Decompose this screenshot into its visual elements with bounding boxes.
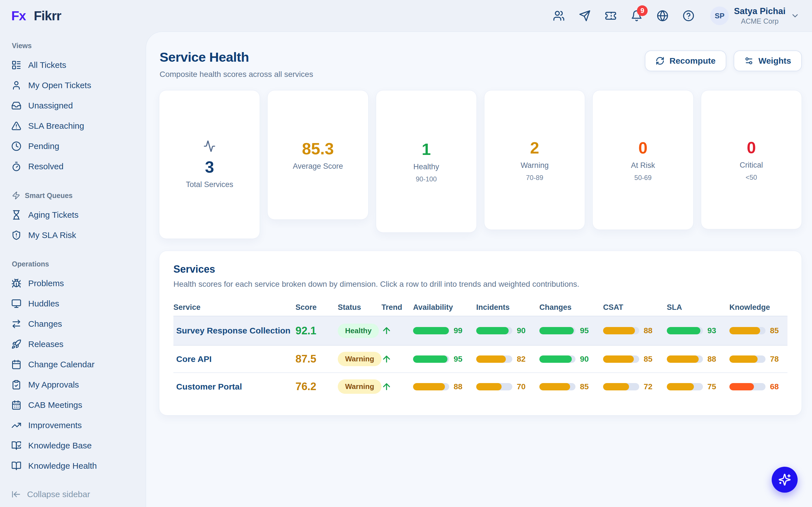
card-label: Warning: [520, 161, 549, 170]
user-org: ACME Corp: [734, 17, 785, 25]
column-header-incidents: Incidents: [476, 303, 539, 312]
metric-incidents: 82: [476, 355, 539, 363]
bug-icon: [11, 278, 21, 288]
metric-value: 95: [454, 355, 462, 363]
brand-logo[interactable]: Fx Fikrr: [11, 8, 61, 23]
sidebar-item-change-calendar[interactable]: Change Calendar: [11, 354, 146, 375]
inbox-icon: [11, 101, 21, 111]
card-label: Average Score: [293, 162, 343, 171]
metric-knowledge: 68: [729, 382, 788, 391]
sidebar-item-problems[interactable]: Problems: [11, 273, 146, 293]
ticket-button[interactable]: [605, 10, 617, 22]
status-badge: Warning: [338, 379, 382, 394]
sidebar-item-improvements[interactable]: Improvements: [11, 415, 146, 436]
notification-badge: 9: [637, 5, 648, 16]
metric-value: 88: [644, 326, 652, 335]
users-icon: [553, 10, 565, 22]
sidebar-item-huddles[interactable]: Huddles: [11, 293, 146, 314]
layout-list-icon: [11, 60, 21, 70]
sidebar-item-my-approvals[interactable]: My Approvals: [11, 375, 146, 395]
card-value: 85.3: [302, 139, 334, 158]
sidebar-item-changes[interactable]: Changes: [11, 314, 146, 334]
column-header-knowledge: Knowledge: [729, 303, 788, 312]
card-label: Healthy: [413, 163, 439, 171]
card-range: 90-100: [416, 175, 437, 183]
summary-card-healthy: 1Healthy90-100: [376, 90, 477, 233]
metric-sla: 75: [667, 382, 729, 391]
metric-value: 90: [517, 326, 525, 335]
sidebar-item-sla-breaching[interactable]: SLA Breaching: [11, 116, 146, 136]
metric-bar: [729, 355, 765, 363]
section-label-smart-queues: Smart Queues: [12, 191, 146, 200]
sidebar-item-resolved[interactable]: Resolved: [11, 156, 146, 177]
metric-value: 88: [707, 355, 716, 363]
globe-icon: [657, 10, 668, 22]
avatar[interactable]: SP: [710, 6, 729, 25]
service-row-survey-response-collection[interactable]: Survey Response Collection92.1Healthy999…: [173, 316, 788, 346]
service-row-customer-portal[interactable]: Customer Portal76.2Warning887085727568: [173, 373, 788, 400]
metric-bar: [603, 327, 639, 334]
hourglass-icon: [11, 210, 21, 220]
metric-bar: [539, 327, 575, 334]
assistant-fab[interactable]: [772, 467, 798, 493]
metric-bar: [476, 327, 512, 334]
column-header-service: Service: [173, 303, 296, 312]
sidebar-item-knowledge-base[interactable]: Knowledge Base: [11, 436, 146, 456]
alert-triangle-icon: [11, 121, 21, 131]
shield-alert-icon: [11, 230, 21, 240]
chevron-down-icon: [791, 11, 800, 20]
help-circle-icon: [682, 10, 695, 22]
metric-bar: [667, 327, 703, 334]
service-row-core-api[interactable]: Core API87.5Warning958290858878: [173, 346, 788, 373]
bell-button[interactable]: 9: [631, 10, 643, 22]
summary-card-at-risk: 0At Risk50-69: [592, 90, 693, 230]
sidebar-item-pending[interactable]: Pending: [11, 136, 146, 156]
collapse-sidebar-label: Collapse sidebar: [27, 490, 90, 499]
main-panel: Service Health Composite health scores a…: [146, 32, 812, 507]
ticket-icon: [605, 10, 617, 22]
metric-bar: [729, 383, 765, 390]
sidebar-item-aging-tickets[interactable]: Aging Tickets: [11, 205, 146, 225]
sidebar-item-unassigned[interactable]: Unassigned: [11, 96, 146, 116]
service-name: Core API: [173, 354, 296, 364]
arrow-right-left-icon: [11, 319, 21, 329]
arrow-left-to-line-icon: [11, 490, 21, 499]
column-header-status: Status: [338, 303, 382, 312]
card-label: Total Services: [186, 180, 233, 189]
send-button[interactable]: [579, 10, 591, 22]
metric-csat: 88: [603, 326, 667, 335]
column-header-sla: SLA: [667, 303, 729, 312]
sidebar-item-cab-meetings[interactable]: CAB Meetings: [11, 395, 146, 415]
sidebar-item-knowledge-health[interactable]: Knowledge Health: [11, 456, 146, 476]
metric-bar: [729, 327, 765, 334]
recompute-button[interactable]: Recompute: [645, 50, 726, 71]
card-value: 2: [530, 138, 539, 157]
settings-2-icon: [744, 56, 753, 65]
metric-value: 99: [454, 326, 462, 335]
card-label: At Risk: [631, 161, 655, 170]
metric-bar: [603, 355, 639, 363]
metric-changes: 90: [539, 355, 603, 363]
summary-card-total-services: 3Total Services: [159, 90, 260, 239]
weights-button[interactable]: Weights: [733, 50, 802, 71]
trend-up-icon: [382, 326, 413, 336]
metric-value: 88: [454, 382, 462, 391]
sidebar-item-releases[interactable]: Releases: [11, 334, 146, 354]
top-header: Fx Fikrr 9 SP Satya Pichai ACME Corp: [0, 0, 812, 32]
rocket-icon: [11, 339, 21, 349]
service-score: 87.5: [296, 353, 338, 365]
page-subtitle: Composite health scores across all servi…: [160, 70, 313, 79]
sidebar-item-all-tickets[interactable]: All Tickets: [11, 55, 146, 75]
summary-card-average-score: 85.3Average Score: [267, 90, 368, 220]
globe-button[interactable]: [657, 10, 668, 22]
sidebar-item-my-open-tickets[interactable]: My Open Tickets: [11, 75, 146, 96]
column-header-changes: Changes: [539, 303, 603, 312]
help-circle-button[interactable]: [682, 10, 695, 22]
metric-availability: 88: [413, 382, 476, 391]
users-button[interactable]: [553, 10, 565, 22]
sidebar-item-my-sla-risk[interactable]: My SLA Risk: [11, 225, 146, 245]
card-value: 1: [422, 140, 431, 159]
collapse-sidebar-button[interactable]: Collapse sidebar: [11, 490, 90, 499]
send-icon: [579, 10, 591, 22]
user-menu[interactable]: SP Satya Pichai ACME Corp: [710, 6, 800, 25]
